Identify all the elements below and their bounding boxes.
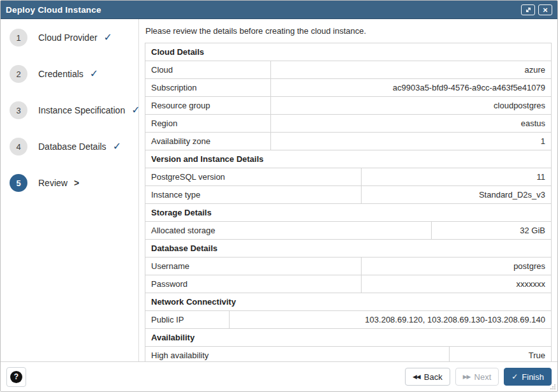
row-value: xxxxxxx <box>362 275 551 293</box>
row-value: 103.208.69.120, 103.208.69.130-103.208.6… <box>230 311 551 328</box>
step-active-chevron-icon: > <box>74 178 79 187</box>
step-done-check-icon: ✓ <box>90 69 98 79</box>
wizard-step-database-details: 4Database Details✓ <box>10 138 138 156</box>
row-label: Username <box>145 258 362 275</box>
step-done-check-icon: ✓ <box>104 33 112 43</box>
step-label: Instance Specification <box>38 105 125 115</box>
step-number-circle: 4 <box>10 138 27 156</box>
finish-button-label: Finish <box>522 372 544 382</box>
review-row: Cloudazure <box>145 61 551 78</box>
review-row: Regioneastus <box>145 114 551 132</box>
row-value: 32 GiB <box>432 222 551 239</box>
row-label: Resource group <box>145 97 271 114</box>
section-title: Cloud Details <box>145 43 551 61</box>
back-button[interactable]: ◀◀ Back <box>405 368 450 386</box>
review-row: PostgreSQL version11 <box>145 168 551 185</box>
dialog-titlebar: Deploy Cloud Instance × <box>1 1 557 19</box>
row-label: Region <box>145 115 271 132</box>
dialog-body: 1Cloud Provider✓2Credentials✓3Instance S… <box>1 19 557 361</box>
review-panel: Please review the details before creatin… <box>139 19 557 361</box>
review-row: Resource groupcloudpostgres <box>145 96 551 114</box>
dialog-title: Deploy Cloud Instance <box>6 5 101 15</box>
section-title: Network Connectivity <box>145 293 551 310</box>
review-table: Cloud DetailsCloudazureSubscriptionac990… <box>145 43 552 361</box>
section-title: Database Details <box>145 239 551 257</box>
row-label: Cloud <box>145 61 271 78</box>
close-button[interactable]: × <box>538 4 552 15</box>
row-value: cloudpostgres <box>271 97 551 114</box>
help-button[interactable]: ? <box>6 367 26 387</box>
step-label: Review <box>38 178 68 188</box>
step-number-circle: 5 <box>10 174 27 192</box>
row-label: PostgreSQL version <box>145 168 362 185</box>
row-value: postgres <box>362 258 551 275</box>
next-button-label: Next <box>474 372 492 382</box>
review-row: Availability zone1 <box>145 132 551 150</box>
step-label: Database Details <box>38 142 106 152</box>
deploy-cloud-instance-dialog: Deploy Cloud Instance × 1Cloud Provider✓… <box>0 0 558 392</box>
review-row: Instance typeStandard_D2s_v3 <box>145 185 551 203</box>
row-value: ac9903a5-bfd9-4576-a9cc-a463f5e41079 <box>271 79 551 96</box>
step-label: Cloud Provider <box>38 33 98 43</box>
review-row: Public IP103.208.69.120, 103.208.69.130-… <box>145 310 551 328</box>
review-row: High availabilityTrue <box>145 346 551 361</box>
row-value: eastus <box>271 115 551 132</box>
row-label: Public IP <box>145 311 230 328</box>
maximize-button[interactable] <box>521 4 535 15</box>
step-number-circle: 1 <box>10 29 27 47</box>
review-row: Allocated storage32 GiB <box>145 221 551 239</box>
row-label: Allocated storage <box>145 222 432 239</box>
row-label: Availability zone <box>145 133 271 150</box>
row-value: 1 <box>271 133 551 150</box>
row-label: Instance type <box>145 186 362 203</box>
review-intro-text: Please review the details before creatin… <box>145 26 552 36</box>
step-number-circle: 2 <box>10 65 27 83</box>
finish-button[interactable]: ✓ Finish <box>504 368 552 386</box>
row-value: True <box>450 347 551 361</box>
close-icon: × <box>543 6 548 14</box>
row-label: Password <box>145 275 362 293</box>
resize-grip-icon[interactable] <box>550 384 556 390</box>
review-row: Subscriptionac9903a5-bfd9-4576-a9cc-a463… <box>145 78 551 96</box>
section-title: Availability <box>145 328 551 346</box>
step-number-circle: 3 <box>10 101 27 119</box>
wizard-step-cloud-provider: 1Cloud Provider✓ <box>10 29 138 47</box>
row-value: 11 <box>362 168 551 185</box>
section-title: Storage Details <box>145 203 551 221</box>
dialog-footer: ? ◀◀ Back ▶▶ Next ✓ Finish <box>1 361 557 391</box>
next-button[interactable]: ▶▶ Next <box>455 368 499 386</box>
back-button-label: Back <box>424 372 443 382</box>
wizard-steps: 1Cloud Provider✓2Credentials✓3Instance S… <box>1 19 139 361</box>
step-done-check-icon: ✓ <box>113 142 121 152</box>
wizard-step-instance-specification: 3Instance Specification✓ <box>10 101 138 119</box>
row-label: High availability <box>145 347 450 361</box>
section-title: Version and Instance Details <box>145 150 551 168</box>
review-row: Passwordxxxxxxx <box>145 275 551 293</box>
back-icon: ◀◀ <box>413 374 420 380</box>
row-value: Standard_D2s_v3 <box>362 186 551 203</box>
wizard-step-credentials: 2Credentials✓ <box>10 65 138 83</box>
step-label: Credentials <box>38 69 84 79</box>
maximize-icon <box>525 6 532 13</box>
wizard-step-review: 5Review> <box>10 174 138 192</box>
help-icon: ? <box>10 371 22 383</box>
row-label: Subscription <box>145 79 271 96</box>
finish-icon: ✓ <box>511 372 518 381</box>
row-value: azure <box>271 61 551 78</box>
review-row: Usernamepostgres <box>145 257 551 275</box>
next-icon: ▶▶ <box>463 374 471 380</box>
